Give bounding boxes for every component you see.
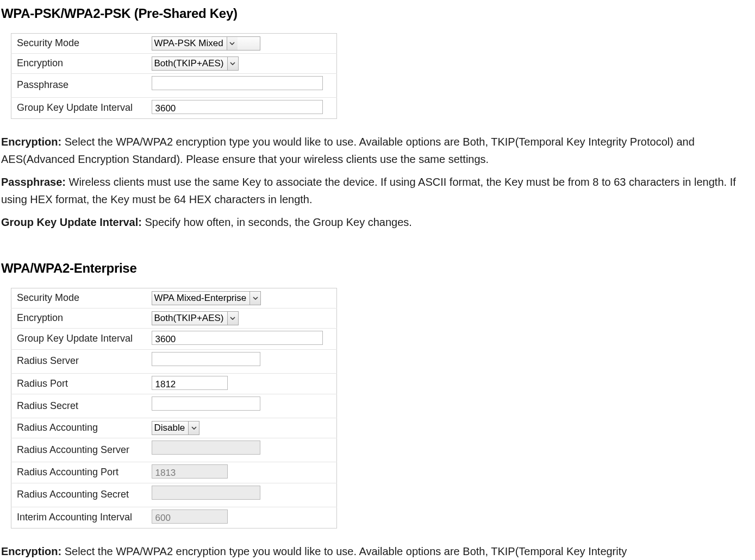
encryption-select[interactable]: Both(TKIP+AES) bbox=[152, 56, 239, 71]
row-encryption: Encryption Both(TKIP+AES) bbox=[11, 54, 337, 74]
row-radius-accounting-server: Radius Accounting Server bbox=[11, 438, 337, 462]
radius-server-input[interactable] bbox=[152, 352, 260, 366]
chevron-down-icon bbox=[227, 312, 238, 325]
passphrase-input[interactable] bbox=[152, 76, 323, 90]
label-ent-encryption: Encryption bbox=[11, 308, 146, 328]
group-key-input[interactable]: 3600 bbox=[152, 100, 323, 114]
desc-ent-encryption: Encryption: Select the WPA/WPA2 encrypti… bbox=[1, 543, 754, 560]
row-group-key: Group Key Update Interval 3600 bbox=[11, 97, 337, 118]
row-radius-accounting: Radius Accounting Disable bbox=[11, 418, 337, 438]
row-security-mode: Security Mode WPA-PSK Mixed bbox=[11, 34, 337, 54]
desc-passphrase: Passphrase: Wireless clients must use th… bbox=[1, 173, 754, 208]
heading-wpa-enterprise: WPA/WPA2-Enterprise bbox=[1, 258, 754, 278]
interim-accounting-interval-input[interactable]: 600 bbox=[152, 509, 228, 524]
label-radius-accounting: Radius Accounting bbox=[11, 418, 146, 438]
ent-group-key-input[interactable]: 3600 bbox=[152, 331, 323, 345]
text-ent-encryption: Select the WPA/WPA2 encryption type you … bbox=[61, 545, 627, 557]
label-passphrase: Passphrase bbox=[11, 73, 146, 97]
radius-secret-input[interactable] bbox=[152, 397, 260, 411]
ent-security-mode-select[interactable]: WPA Mixed-Enterprise bbox=[152, 291, 261, 305]
chevron-down-icon bbox=[249, 292, 260, 305]
text-encryption: Select the WPA/WPA2 encryption type you … bbox=[1, 136, 695, 165]
label-radius-server: Radius Server bbox=[11, 349, 146, 373]
label-ent-security-mode: Security Mode bbox=[11, 288, 146, 308]
desc-encryption: Encryption: Select the WPA/WPA2 encrypti… bbox=[1, 133, 754, 168]
radius-accounting-server-input[interactable] bbox=[152, 441, 260, 455]
chevron-down-icon bbox=[227, 57, 238, 70]
term-group-key: Group Key Update Interval: bbox=[1, 216, 142, 228]
radius-accounting-value: Disable bbox=[152, 421, 189, 435]
label-ent-group-key: Group Key Update Interval bbox=[11, 328, 146, 349]
row-passphrase: Passphrase bbox=[11, 73, 337, 97]
radius-accounting-secret-input[interactable] bbox=[152, 486, 260, 500]
row-ent-group-key: Group Key Update Interval 3600 bbox=[11, 328, 337, 349]
ent-encryption-value: Both(TKIP+AES) bbox=[152, 311, 227, 325]
label-encryption: Encryption bbox=[11, 54, 146, 74]
security-mode-select[interactable]: WPA-PSK Mixed bbox=[152, 36, 260, 51]
radius-port-input[interactable]: 1812 bbox=[152, 376, 228, 390]
radius-accounting-port-input[interactable]: 1813 bbox=[152, 464, 228, 479]
term-passphrase: Passphrase: bbox=[1, 176, 66, 188]
row-ent-encryption: Encryption Both(TKIP+AES) bbox=[11, 308, 337, 328]
encryption-value: Both(TKIP+AES) bbox=[152, 56, 227, 71]
label-radius-accounting-secret: Radius Accounting Secret bbox=[11, 483, 146, 507]
chevron-down-icon bbox=[227, 37, 238, 50]
row-radius-secret: Radius Secret bbox=[11, 394, 337, 418]
label-radius-accounting-port: Radius Accounting Port bbox=[11, 462, 146, 483]
term-ent-encryption: Encryption: bbox=[1, 545, 61, 557]
label-radius-accounting-server: Radius Accounting Server bbox=[11, 438, 146, 462]
heading-wpa-psk: WPA-PSK/WPA2-PSK (Pre-Shared Key) bbox=[1, 3, 754, 23]
label-radius-port: Radius Port bbox=[11, 373, 146, 394]
ent-encryption-select[interactable]: Both(TKIP+AES) bbox=[152, 311, 239, 325]
radius-accounting-select[interactable]: Disable bbox=[152, 421, 200, 435]
term-encryption: Encryption: bbox=[1, 136, 61, 148]
chevron-down-icon bbox=[188, 421, 199, 435]
enterprise-settings-table: Security Mode WPA Mixed-Enterprise Encry… bbox=[11, 288, 337, 528]
ent-security-mode-value: WPA Mixed-Enterprise bbox=[152, 291, 250, 305]
text-group-key: Specify how often, in seconds, the Group… bbox=[142, 216, 412, 228]
label-interim-accounting-interval: Interim Accounting Interval bbox=[11, 507, 146, 528]
desc-group-key: Group Key Update Interval: Specify how o… bbox=[1, 213, 754, 231]
psk-settings-table: Security Mode WPA-PSK Mixed Encryption B… bbox=[11, 33, 337, 119]
security-mode-value: WPA-PSK Mixed bbox=[152, 36, 227, 51]
row-radius-port: Radius Port 1812 bbox=[11, 373, 337, 394]
row-radius-server: Radius Server bbox=[11, 349, 337, 373]
row-ent-security-mode: Security Mode WPA Mixed-Enterprise bbox=[11, 288, 337, 308]
row-radius-accounting-secret: Radius Accounting Secret bbox=[11, 483, 337, 507]
row-radius-accounting-port: Radius Accounting Port 1813 bbox=[11, 462, 337, 483]
label-group-key: Group Key Update Interval bbox=[11, 97, 146, 118]
label-security-mode: Security Mode bbox=[11, 34, 146, 54]
row-interim-accounting-interval: Interim Accounting Interval 600 bbox=[11, 507, 337, 528]
label-radius-secret: Radius Secret bbox=[11, 394, 146, 418]
text-passphrase: Wireless clients must use the same Key t… bbox=[1, 176, 736, 205]
